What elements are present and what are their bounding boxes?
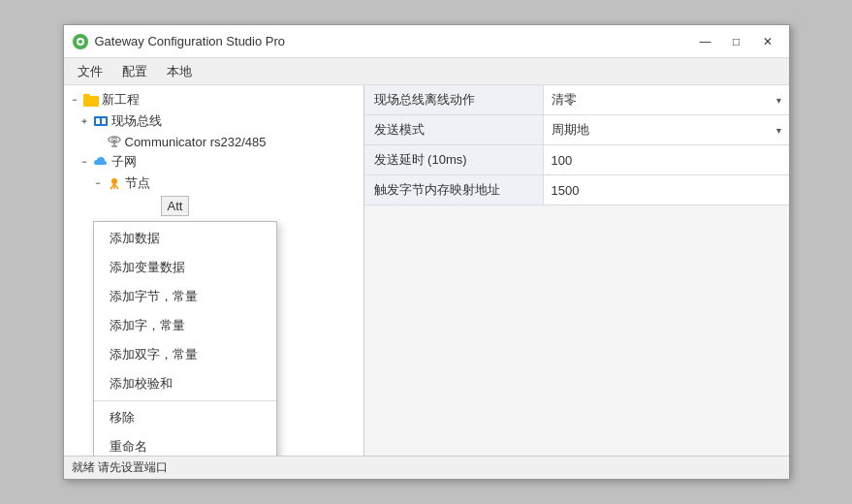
context-menu-item-7[interactable]: 重命名	[94, 432, 276, 456]
prop-label-0: 现场总线离线动作	[364, 85, 544, 114]
app-icon	[72, 33, 89, 50]
context-menu-item-5[interactable]: 添加校验和	[94, 369, 276, 398]
tree-root-label: 新工程	[102, 91, 140, 109]
right-panel: 现场总线离线动作 清零 ▾ 发送模式 周期地 ▾ 发送延时 (10ms) 100	[364, 85, 789, 456]
maximize-button[interactable]: □	[723, 31, 750, 52]
svg-rect-6	[96, 118, 100, 124]
tree-toggle-node[interactable]: －	[91, 176, 105, 190]
prop-row-2: 发送延时 (10ms) 100	[364, 145, 789, 175]
tree-item-bus[interactable]: ＋ 现场总线	[64, 110, 363, 132]
menu-file[interactable]: 文件	[68, 59, 112, 84]
menu-local[interactable]: 本地	[157, 59, 202, 84]
bus-icon	[93, 113, 109, 129]
svg-rect-3	[83, 96, 99, 107]
context-menu-item-4[interactable]: 添加双字，常量	[94, 340, 276, 369]
prop-label-1: 发送模式	[364, 115, 544, 144]
tree-toggle-subnet[interactable]: －	[78, 155, 91, 169]
att-area: Att	[64, 194, 363, 217]
context-menu-separator	[94, 400, 276, 401]
tree-toggle-root[interactable]: －	[68, 93, 81, 107]
status-text: 就绪 请先设置端口	[72, 459, 168, 476]
folder-icon	[83, 92, 99, 108]
context-menu: 添加数据 添加变量数据 添加字节，常量 添加字，常量 添加双字，常量 添加校验和…	[93, 221, 277, 456]
svg-rect-4	[83, 94, 90, 97]
svg-point-12	[111, 178, 117, 184]
prop-value-3[interactable]: 1500	[544, 175, 789, 205]
prop-value-text-2: 100	[552, 153, 573, 168]
prop-value-0[interactable]: 清零 ▾	[544, 85, 789, 114]
prop-row-1: 发送模式 周期地 ▾	[364, 115, 789, 145]
prop-value-text-1: 周期地	[552, 121, 589, 139]
prop-row-3: 触发字节内存映射地址 1500	[364, 175, 789, 205]
main-window: Gateway Configuration Studio Pro — □ ✕ 文…	[63, 24, 790, 480]
prop-value-text-0: 清零	[552, 91, 577, 109]
tree-item-subnet[interactable]: － 子网	[64, 151, 363, 173]
minimize-button[interactable]: —	[692, 31, 719, 52]
context-menu-item-2[interactable]: 添加字节，常量	[94, 282, 276, 311]
tree-comm-label: Communicator rs232/485	[125, 135, 267, 149]
context-menu-item-1[interactable]: 添加变量数据	[94, 253, 276, 282]
tree-bus-label: 现场总线	[111, 112, 162, 130]
node-icon	[107, 175, 122, 191]
window-title: Gateway Configuration Studio Pro	[95, 34, 692, 48]
prop-value-text-3: 1500	[552, 183, 580, 198]
att-label: Att	[161, 196, 190, 216]
svg-point-2	[79, 40, 82, 44]
tree-item-root[interactable]: － 新工程	[64, 89, 363, 110]
context-menu-item-0[interactable]: 添加数据	[94, 224, 276, 253]
prop-label-3: 触发字节内存映射地址	[364, 175, 544, 205]
menu-bar: 文件 配置 本地	[64, 58, 789, 85]
comm-icon	[107, 134, 122, 149]
cloud-icon	[93, 154, 109, 170]
prop-label-2: 发送延时 (10ms)	[364, 145, 544, 174]
dropdown-arrow-0: ▾	[776, 95, 781, 106]
prop-value-1[interactable]: 周期地 ▾	[544, 115, 789, 144]
window-controls: — □ ✕	[692, 31, 781, 52]
context-menu-item-6[interactable]: 移除	[94, 403, 276, 432]
menu-config[interactable]: 配置	[112, 59, 157, 84]
prop-value-2[interactable]: 100	[544, 145, 789, 174]
tree-node-label: 节点	[125, 174, 150, 192]
prop-row-0: 现场总线离线动作 清零 ▾	[364, 85, 789, 115]
tree-toggle-bus[interactable]: ＋	[78, 114, 91, 128]
tree-item-comm[interactable]: Communicator rs232/485	[64, 132, 363, 151]
tree-item-node[interactable]: － 节点	[64, 173, 363, 194]
main-content: － 新工程 ＋ 现场	[64, 85, 789, 456]
title-bar: Gateway Configuration Studio Pro — □ ✕	[64, 25, 789, 58]
dropdown-arrow-1: ▾	[776, 125, 781, 136]
close-button[interactable]: ✕	[754, 31, 781, 52]
tree-subnet-label: 子网	[111, 153, 137, 171]
svg-rect-7	[102, 118, 106, 124]
status-bar: 就绪 请先设置端口	[64, 456, 789, 479]
context-menu-item-3[interactable]: 添加字，常量	[94, 311, 276, 340]
